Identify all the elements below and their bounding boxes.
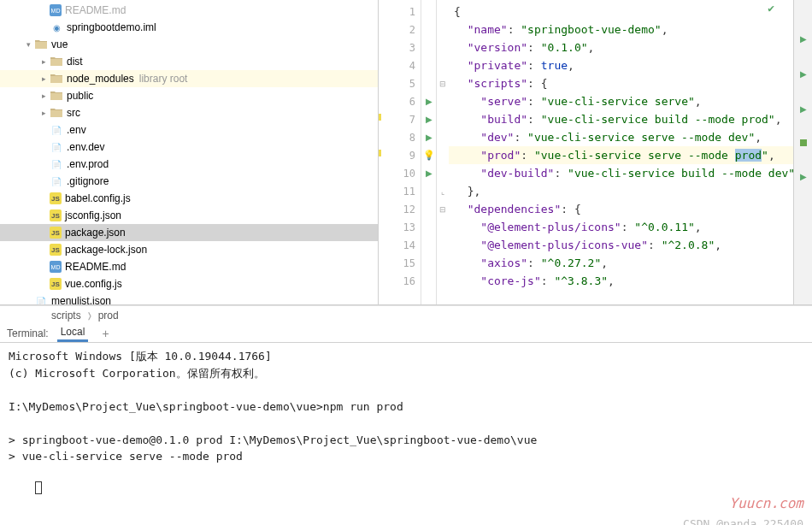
chevron-right-icon[interactable]: ▸ xyxy=(38,109,50,117)
code-line[interactable]: "scripts": { xyxy=(449,74,793,92)
code-line[interactable]: "version": "0.1.0", xyxy=(449,38,793,56)
run-icon[interactable]: ▶ xyxy=(426,97,432,106)
tree-item[interactable]: ▸JSpackage.json xyxy=(0,224,378,241)
tree-item-label: jsconfig.json xyxy=(65,209,121,221)
main-split: ▸MDREADME.md▸◉springbootdemo.iml▾vue▸dis… xyxy=(0,0,812,305)
chevron-right-icon[interactable]: ▸ xyxy=(38,74,50,83)
fold-minus-icon[interactable]: ⊟ xyxy=(437,200,449,218)
js-file-icon: JS xyxy=(50,244,62,256)
tree-item-label: package-lock.json xyxy=(65,244,147,256)
new-terminal-button[interactable]: + xyxy=(97,327,114,340)
code-line[interactable]: }, xyxy=(449,182,793,200)
run-icon[interactable]: ▶ xyxy=(426,168,432,178)
line-number: 13 xyxy=(379,218,421,236)
tree-item-label: .gitignore xyxy=(67,175,109,187)
file-icon: 📄 xyxy=(34,294,48,304)
tree-item-label: README.md xyxy=(65,4,126,16)
tree-item-label: public xyxy=(67,90,93,102)
line-number: 2 xyxy=(379,21,421,38)
line-number: 9 xyxy=(379,146,421,164)
tree-item[interactable]: ▸MDREADME.md xyxy=(0,258,378,275)
run-icon[interactable]: ▶ xyxy=(800,172,807,181)
tree-item[interactable]: ▸📄.env.dev xyxy=(0,139,378,156)
run-icon[interactable]: ▶ xyxy=(800,69,807,79)
md-file-icon: MD xyxy=(50,261,62,273)
code-line[interactable]: "@element-plus/icons": "^0.0.11", xyxy=(449,218,793,236)
tree-item-label: menulist.json xyxy=(51,295,111,304)
file-icon: 📄 xyxy=(50,140,63,154)
file-icon: 📄 xyxy=(50,123,63,137)
code-line[interactable]: "private": true, xyxy=(449,56,793,74)
tree-item[interactable]: ▸node_moduleslibrary root xyxy=(0,70,378,87)
tree-item[interactable]: ▸JSjsconfig.json xyxy=(0,207,378,224)
terminal-tab-local[interactable]: Local xyxy=(57,324,89,342)
tree-item[interactable]: ▸📄.env.prod xyxy=(0,156,378,173)
line-number: 1 xyxy=(379,3,421,21)
tree-item[interactable]: ▸MDREADME.md xyxy=(0,2,378,19)
js-file-icon: JS xyxy=(50,209,62,221)
folder-icon xyxy=(50,55,63,68)
marker-icon[interactable] xyxy=(800,139,807,146)
tree-item[interactable]: ▸JSpackage-lock.json xyxy=(0,241,378,258)
tree-item[interactable]: ▸JSbabel.config.js xyxy=(0,190,378,207)
line-number: 14 xyxy=(379,236,421,254)
breadcrumb-item[interactable]: scripts xyxy=(51,310,81,321)
tree-item-note: library root xyxy=(139,73,188,85)
code-line[interactable]: "prod": "vue-cli-service serve --mode pr… xyxy=(449,146,793,164)
code-line[interactable]: "core-js": "^3.8.3", xyxy=(449,272,793,290)
line-number: 10 xyxy=(379,164,421,182)
js-file-icon: JS xyxy=(50,278,62,290)
line-number: 15 xyxy=(379,254,421,272)
tree-item[interactable]: ▸JSvue.config.js xyxy=(0,275,378,292)
chevron-right-icon[interactable]: ▸ xyxy=(38,91,50,100)
js-file-icon: JS xyxy=(50,227,62,239)
tree-item[interactable]: ▾vue xyxy=(0,36,378,53)
line-number: 8 xyxy=(379,128,421,146)
code-line[interactable]: { xyxy=(449,3,793,21)
code-line[interactable]: "serve": "vue-cli-service serve", xyxy=(449,92,793,110)
run-icon[interactable]: ▶ xyxy=(426,133,432,142)
tree-item-label: README.md xyxy=(65,261,126,273)
code-line[interactable]: "dev-build": "vue-cli-service build --mo… xyxy=(449,164,793,182)
code-line[interactable]: "dev": "vue-cli-service serve --mode dev… xyxy=(449,128,793,146)
tree-item[interactable]: ▸📄menulist.json xyxy=(0,292,378,304)
fold-gutter[interactable]: ⊟⌞⊟ xyxy=(437,0,449,304)
fold-minus-icon[interactable]: ⊟ xyxy=(437,74,449,92)
run-icon[interactable]: ▶ xyxy=(426,115,432,124)
code-line[interactable]: "@element-plus/icons-vue": "^2.0.8", xyxy=(449,236,793,254)
file-icon: 📄 xyxy=(50,157,63,171)
breadcrumb[interactable]: scripts ❭ prod xyxy=(0,305,812,324)
run-icon[interactable]: ▶ xyxy=(800,104,807,114)
tree-item-label: springbootdemo.iml xyxy=(67,21,156,33)
breadcrumb-item[interactable]: prod xyxy=(98,310,119,321)
code-area[interactable]: ✔ { "name": "springboot-vue-demo", "vers… xyxy=(449,0,793,304)
tree-item[interactable]: ▸public xyxy=(0,87,378,104)
code-line[interactable]: "name": "springboot-vue-demo", xyxy=(449,21,793,38)
folder-icon xyxy=(34,38,48,51)
line-number: 16 xyxy=(379,272,421,290)
fold-end-icon[interactable]: ⌞ xyxy=(437,182,449,200)
tree-item[interactable]: ▸📄.env xyxy=(0,121,378,139)
terminal-body[interactable]: Microsoft Windows [版本 10.0.19044.1766] (… xyxy=(0,343,812,525)
project-tree[interactable]: ▸MDREADME.md▸◉springbootdemo.iml▾vue▸dis… xyxy=(0,0,379,304)
bulb-icon[interactable]: 💡 xyxy=(423,150,435,161)
run-icon[interactable]: ▶ xyxy=(800,34,807,44)
line-number: 7 xyxy=(379,110,421,128)
tree-item-label: .env xyxy=(67,124,86,136)
tree-item[interactable]: ▸◉springbootdemo.iml xyxy=(0,19,378,36)
tree-item-label: .env.prod xyxy=(67,158,109,170)
chevron-down-icon[interactable]: ▾ xyxy=(22,40,34,49)
md-file-icon: MD xyxy=(50,4,62,16)
code-line[interactable]: "build": "vue-cli-service build --mode p… xyxy=(449,110,793,128)
code-line[interactable]: "axios": "^0.27.2", xyxy=(449,254,793,272)
tree-item[interactable]: ▸📄.gitignore xyxy=(0,173,378,190)
right-tool-sidebar[interactable]: ▶ ▶ ▶ ▶ xyxy=(793,0,812,304)
file-icon: 📄 xyxy=(50,174,63,188)
run-gutter[interactable]: ▶▶▶💡▶ xyxy=(421,0,437,304)
chevron-right-icon[interactable]: ▸ xyxy=(38,57,50,66)
tree-item-label: dist xyxy=(67,56,83,68)
code-line[interactable]: "dependencies": { xyxy=(449,200,793,218)
watermark: CSDN @panda_225400 xyxy=(683,516,803,525)
tree-item[interactable]: ▸src xyxy=(0,104,378,121)
tree-item[interactable]: ▸dist xyxy=(0,53,378,70)
